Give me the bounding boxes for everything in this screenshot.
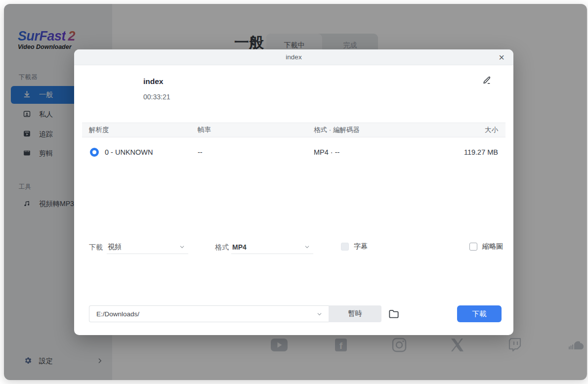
video-name: index	[143, 77, 163, 86]
thumbnail-checkbox[interactable]	[469, 243, 477, 251]
format-label: 格式	[215, 243, 229, 252]
col-size: 大小	[485, 126, 498, 134]
col-framerate: 幀率	[198, 126, 211, 134]
thumbnail-label: 縮略圖	[482, 242, 503, 251]
dialog-close-icon[interactable]: ×	[497, 51, 506, 64]
app-screenshot: SurFast 2 Video Downloader 下載器 一般	[0, 0, 588, 384]
subtitles-option: 字幕	[341, 242, 368, 251]
download-type-value: 視頻	[108, 243, 122, 252]
save-path-input[interactable]	[89, 310, 316, 318]
chevron-down-icon	[179, 244, 185, 250]
video-duration: 00:33:21	[143, 93, 170, 101]
dialog-title: index	[286, 53, 301, 61]
row-resolution: 0 - UNKNOWN	[105, 148, 153, 156]
download-dialog: index × index 00:33:21 解析度 幀率 格式 · 編解碼器 …	[74, 49, 513, 335]
download-type-label: 下載	[89, 243, 103, 252]
row-format: MP4 · --	[314, 148, 339, 156]
download-button[interactable]: 下載	[457, 305, 502, 322]
dialog-titlebar: index ×	[74, 49, 513, 65]
row-framerate: --	[198, 148, 203, 156]
chevron-down-icon	[304, 244, 310, 250]
format-value: MP4	[232, 243, 247, 251]
subtitles-checkbox[interactable]	[341, 243, 349, 251]
table-row[interactable]: 0 - UNKNOWN -- MP4 · -- 119.27 MB	[82, 143, 505, 161]
format-table-header: 解析度 幀率 格式 · 編解碼器 大小	[82, 123, 505, 137]
row-radio-selected[interactable]	[90, 148, 99, 157]
col-format-codec: 格式 · 編解碼器	[314, 126, 360, 134]
col-resolution: 解析度	[89, 126, 109, 134]
save-path-field	[89, 305, 329, 322]
edit-pencil-icon[interactable]	[482, 75, 492, 87]
subtitles-label: 字幕	[354, 242, 368, 251]
row-size: 119.27 MB	[464, 148, 498, 156]
thumbnail-option: 縮略圖	[469, 242, 503, 251]
video-thumbnail	[89, 72, 136, 102]
path-chevron-down-icon[interactable]	[316, 311, 323, 317]
temporary-button[interactable]: 暫時	[329, 305, 381, 322]
format-select[interactable]: MP4	[231, 240, 313, 254]
open-folder-icon[interactable]	[387, 307, 400, 322]
download-type-select[interactable]: 視頻	[107, 240, 188, 254]
